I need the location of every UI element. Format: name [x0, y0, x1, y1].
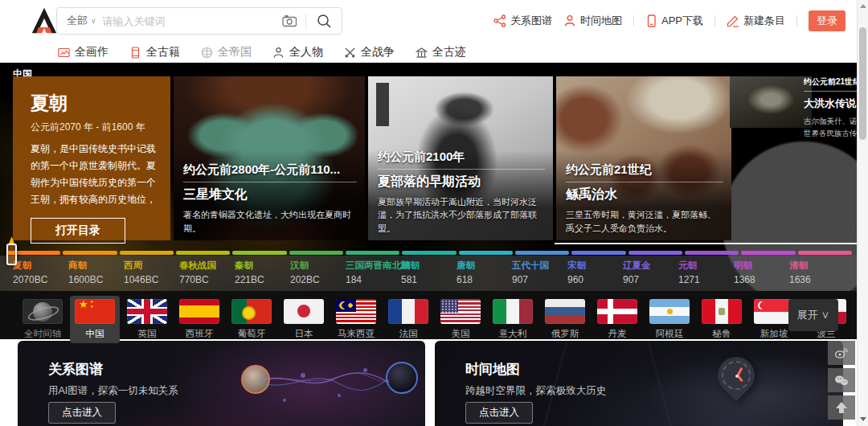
country-label: 新加坡: [754, 328, 794, 340]
country-item-pe[interactable]: 秘鲁: [697, 296, 747, 343]
timeline-era[interactable]: 商朝1600BC: [68, 260, 124, 285]
timeline-segment[interactable]: [571, 251, 625, 255]
timeline-era[interactable]: 元朝1271: [678, 260, 734, 285]
timeline-segment[interactable]: [741, 251, 795, 255]
promo-subtitle: 跨越时空界限，探索极致大历史: [465, 384, 606, 398]
timeline-era[interactable]: 宋朝960: [567, 260, 623, 285]
login-button[interactable]: 登录: [809, 10, 845, 31]
enter-time-map-button[interactable]: 点击进入: [465, 402, 533, 424]
scrollbar-up-arrow[interactable]: [860, 4, 866, 8]
timeline-era[interactable]: 三国两晋南北朝184: [346, 260, 401, 285]
flag-my: [336, 299, 376, 324]
timeline-segment[interactable]: [402, 251, 456, 255]
timeline-era[interactable]: 西周1046BC: [124, 260, 179, 285]
timeline-segment[interactable]: [515, 251, 569, 255]
era-year: 2070BC: [13, 274, 68, 285]
timeline-segment[interactable]: [176, 251, 230, 255]
camera-search-icon[interactable]: [274, 14, 305, 27]
timeline-segment[interactable]: [685, 251, 739, 255]
timeline-segment[interactable]: [628, 251, 682, 255]
graph-icon: [493, 14, 506, 27]
timeline-era[interactable]: 辽夏金907: [623, 260, 678, 285]
event-card-flood-control[interactable]: 约公元前21世纪 鲧禹治水 三皇五帝时期，黄河泛滥，夏部落鲧、禹父子二人受命负责…: [556, 76, 731, 240]
country-item-fr[interactable]: 法国: [383, 296, 433, 343]
feature-card-xia-dynasty[interactable]: 夏朝 公元前2070 年 - 前1600 年 夏朝，是中国传统史书中记载的第一个…: [13, 76, 170, 240]
era-name: 春秋战国: [179, 260, 235, 272]
timeline-segment[interactable]: [63, 251, 117, 255]
scrollbar-thumb[interactable]: [859, 27, 866, 140]
scrollbar-down-arrow[interactable]: [860, 417, 866, 421]
back-to-top-button[interactable]: [828, 395, 855, 420]
timeline-segment[interactable]: [232, 251, 286, 255]
timeline-slider-handle[interactable]: [6, 244, 17, 265]
timeline-era[interactable]: 唐朝618: [457, 260, 512, 285]
country-item-cn[interactable]: 中国: [70, 296, 120, 343]
country-item-pt[interactable]: 葡萄牙: [227, 296, 276, 343]
flag-fr: [388, 299, 428, 324]
timeline-eras: 夏朝2070BC商朝1600BC西周1046BC春秋战国770BC秦朝221BC…: [13, 260, 845, 285]
page-scrollbar[interactable]: [857, 0, 868, 426]
timeline-era[interactable]: 汉朝202BC: [290, 260, 346, 285]
category-people[interactable]: 全人物: [272, 45, 323, 59]
country-item-dk[interactable]: 丹麦: [592, 296, 642, 343]
weibo-share-button[interactable]: [828, 341, 855, 365]
country-item-gb[interactable]: 英国: [122, 296, 172, 343]
category-wars[interactable]: 全战争: [344, 45, 395, 59]
era-year: 1271: [678, 274, 734, 285]
timeline-era[interactable]: 夏朝2070BC: [13, 260, 68, 285]
promo-card-time-map[interactable]: 时间地图 跨越时空界限，探索极致大历史 点击进入: [435, 341, 843, 426]
decor-dot: [301, 373, 305, 378]
card-description: 夏部族早期活动于嵩山附近，当时河水泛滥，为了抵抗洪水不少部落形成了部落联盟。: [378, 195, 545, 236]
timeline-era[interactable]: 明朝1368: [734, 260, 789, 285]
nav-new-entry[interactable]: 新建条目: [727, 14, 785, 28]
category-paintings[interactable]: 全画作: [58, 45, 108, 59]
wechat-share-button[interactable]: [828, 368, 855, 392]
allhistory-logo[interactable]: [29, 6, 59, 36]
country-item-it[interactable]: 意大利: [488, 296, 538, 343]
timeline-segment[interactable]: [120, 251, 174, 255]
era-year: 1600BC: [68, 274, 124, 285]
country-label: 阿根廷: [649, 328, 690, 340]
timeline-era[interactable]: 五代十国907: [512, 260, 567, 285]
timeline-era[interactable]: 春秋战国770BC: [179, 260, 235, 285]
timeline-era[interactable]: 清朝1636: [789, 260, 845, 285]
country-label: 英国: [127, 328, 167, 340]
country-item-ru[interactable]: 俄罗斯: [540, 296, 590, 343]
category-ancient-books[interactable]: 全古籍: [129, 45, 180, 59]
timeline-segment[interactable]: [289, 251, 343, 255]
promo-card-relation-graph[interactable]: 关系图谱 用AI图谱，探索一切未知关系 点击进入: [18, 341, 425, 426]
search-input[interactable]: [103, 15, 274, 27]
country-item-es[interactable]: 西班牙: [174, 296, 224, 343]
timeline-segment[interactable]: [798, 251, 852, 255]
search-icon[interactable]: [306, 14, 342, 28]
nav-app-download[interactable]: APP下载: [645, 14, 703, 28]
globe-icon: [201, 47, 213, 59]
country-label: 俄罗斯: [545, 328, 585, 340]
enter-relation-graph-button[interactable]: 点击进入: [48, 402, 116, 424]
timeline-era[interactable]: 隋朝581: [401, 260, 457, 285]
flood-legend-thumbnail[interactable]: [730, 76, 812, 128]
search-category-dropdown[interactable]: 全部: [57, 14, 91, 28]
nav-relation-graph[interactable]: 关系图谱: [493, 14, 552, 28]
timeline-segment[interactable]: [459, 251, 513, 255]
countries-list: 全时间轴中国英国西班牙葡萄牙日本马来西亚法国美国意大利俄罗斯丹麦阿根廷秘鲁新加坡…: [18, 296, 851, 343]
country-item-jp[interactable]: 日本: [279, 296, 329, 343]
country-item-us[interactable]: 美国: [436, 296, 485, 343]
chevron-down-icon[interactable]: ∨: [91, 17, 96, 25]
event-card-sanxingdui[interactable]: 约公元前2800年-公元前110... 三星堆文化 著名的青铜器文化遗址，大约出…: [174, 76, 365, 240]
country-item-ar[interactable]: 阿根廷: [645, 296, 694, 343]
category-empires[interactable]: 全帝国: [201, 45, 252, 59]
event-card-xia-tribe[interactable]: 约公元前2100年 夏部落的早期活动 夏部族早期活动于嵩山附近，当时河水泛滥，为…: [368, 76, 553, 240]
country-item-globe[interactable]: 全时间轴: [18, 296, 68, 343]
timeline-segment[interactable]: [346, 251, 399, 255]
era-name: 唐朝: [457, 260, 512, 272]
timeline-era[interactable]: 秦朝221BC: [235, 260, 290, 285]
nav-time-map[interactable]: 时间地图: [563, 14, 622, 28]
expand-button[interactable]: 展开 ∨: [788, 299, 838, 331]
event-card-flood-legend[interactable]: 约公元前21世纪 大洪水传说 吉尔伽美什、诺亚方 世界各民族古传说中: [804, 76, 857, 139]
country-item-my[interactable]: 马来西亚: [331, 296, 381, 343]
card-text: 约公元前2800年-公元前110... 三星堆文化 著名的青铜器文化遗址，大约出…: [183, 162, 357, 235]
open-catalog-button[interactable]: 打开目录: [31, 218, 125, 244]
desc-line: 世界各民族古传说中: [804, 127, 857, 139]
category-relics[interactable]: 全古迹: [416, 45, 466, 59]
